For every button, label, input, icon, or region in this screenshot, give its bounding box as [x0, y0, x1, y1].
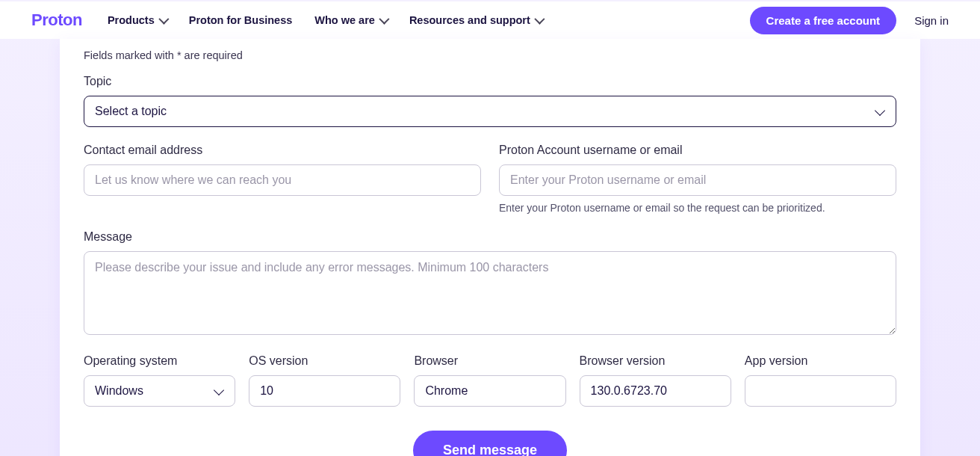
- chevron-down-icon: [158, 14, 169, 25]
- chevron-down-icon: [379, 14, 389, 25]
- message-label: Message: [84, 230, 896, 244]
- chevron-down-icon: [534, 14, 545, 25]
- topic-select-value: Select a topic: [95, 105, 167, 118]
- contact-email-label: Contact email address: [84, 144, 481, 157]
- browser-version-input[interactable]: [580, 375, 731, 407]
- browser-label: Browser: [414, 354, 565, 368]
- nav-resources-label: Resources and support: [409, 14, 530, 26]
- message-textarea[interactable]: [84, 251, 896, 335]
- nav-who-we-are[interactable]: Who we are: [314, 14, 387, 26]
- sign-in-link[interactable]: Sign in: [914, 14, 949, 27]
- topic-label: Topic: [84, 75, 896, 88]
- browser-input[interactable]: [414, 375, 565, 407]
- main-nav: Products Proton for Business Who we are …: [108, 14, 542, 26]
- chevron-down-icon: [214, 385, 224, 395]
- submit-wrap: Send message: [84, 431, 896, 456]
- app-version-input[interactable]: [745, 375, 896, 407]
- header-right: Create a free account Sign in: [750, 7, 949, 34]
- os-select-value: Windows: [95, 384, 143, 398]
- site-header: Proton Products Proton for Business Who …: [0, 0, 980, 39]
- chevron-down-icon: [875, 105, 885, 116]
- nav-resources[interactable]: Resources and support: [409, 14, 542, 26]
- proton-account-helper: Enter your Proton username or email so t…: [499, 202, 896, 214]
- nav-business[interactable]: Proton for Business: [189, 14, 293, 26]
- support-form-card: Fields marked with * are required Topic …: [60, 39, 920, 456]
- topic-select[interactable]: Select a topic: [84, 96, 896, 127]
- os-version-input[interactable]: [249, 375, 400, 407]
- proton-account-label: Proton Account username or email: [499, 144, 896, 157]
- contact-email-input[interactable]: [84, 164, 481, 196]
- header-left: Proton Products Proton for Business Who …: [31, 10, 542, 30]
- nav-products-label: Products: [108, 14, 155, 26]
- nav-who-label: Who we are: [314, 14, 375, 26]
- nav-business-label: Proton for Business: [189, 14, 293, 26]
- required-fields-note: Fields marked with * are required: [84, 49, 896, 61]
- send-message-button[interactable]: Send message: [413, 431, 567, 456]
- os-label: Operating system: [84, 354, 235, 368]
- create-account-button[interactable]: Create a free account: [750, 7, 897, 34]
- os-select[interactable]: Windows: [84, 375, 235, 407]
- proton-logo[interactable]: Proton: [31, 10, 82, 30]
- app-version-label: App version: [745, 354, 896, 368]
- proton-account-input[interactable]: [499, 164, 896, 196]
- os-version-label: OS version: [249, 354, 400, 368]
- nav-products[interactable]: Products: [108, 14, 167, 26]
- browser-version-label: Browser version: [580, 354, 731, 368]
- content-wrap: Fields marked with * are required Topic …: [0, 39, 980, 456]
